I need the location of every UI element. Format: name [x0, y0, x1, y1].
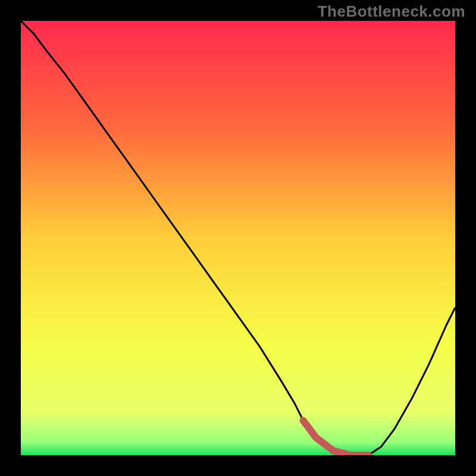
watermark-text: TheBottleneck.com: [318, 2, 465, 21]
chart-svg: [21, 21, 455, 455]
chart-plot-area: [21, 21, 455, 455]
chart-frame: TheBottleneck.com: [0, 0, 476, 476]
chart-background: [21, 21, 455, 455]
